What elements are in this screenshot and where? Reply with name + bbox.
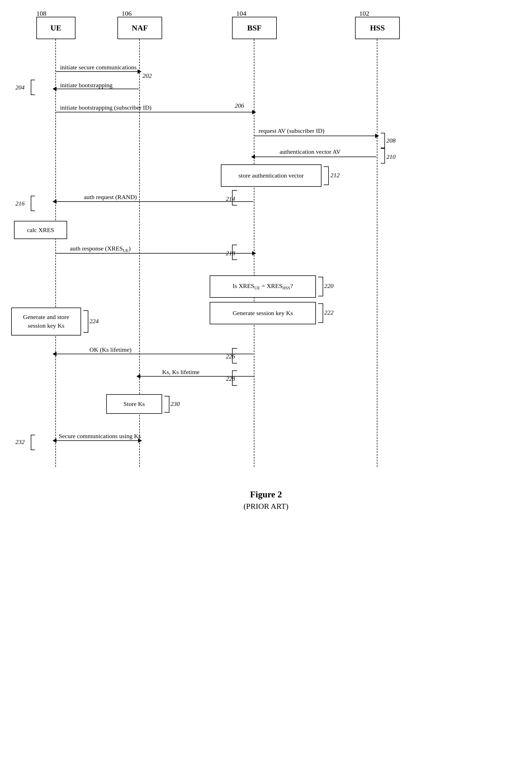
- hss-vline: [377, 39, 378, 467]
- bracket-204: [31, 80, 35, 95]
- figure-caption: Figure 2 (PRIOR ART): [0, 489, 532, 511]
- arrow-228-head: [136, 374, 140, 378]
- ref-204: 204: [15, 84, 25, 91]
- bracket-232: [31, 435, 35, 450]
- entity-naf: NAF: [117, 17, 162, 39]
- ref-222: 222: [324, 309, 334, 316]
- ref-202: 202: [142, 72, 152, 79]
- figure-title: Figure 2: [0, 489, 532, 500]
- arrow-218-head: [252, 251, 256, 255]
- arrow-202-head: [137, 69, 141, 74]
- proc-gen-ks-bsf-label: Generate session key Ks: [232, 309, 293, 317]
- proc-calc-xres-label: calc XRES: [27, 226, 54, 234]
- proc-calc-xres: calc XRES: [14, 221, 67, 239]
- proc-store-av: store authentication vector: [221, 164, 322, 187]
- proc-xres-check-label: Is XRESUE = XRESHSS?: [232, 282, 293, 290]
- proc-gen-store-ks: Generate and storesession key Ks: [11, 307, 81, 335]
- entity-ue-label: UE: [51, 23, 61, 32]
- entity-naf-label: NAF: [132, 23, 148, 32]
- ref-206: 206: [235, 102, 244, 109]
- bracket-220: [318, 277, 323, 296]
- arrow-202-label: initiate secure communications: [60, 64, 137, 71]
- ref-224: 224: [89, 317, 99, 325]
- arrow-214-head: [53, 199, 56, 204]
- proc-store-ks: Store Ks: [106, 394, 162, 414]
- arrow-204-label: initiate bootstrapping: [60, 82, 113, 89]
- proc-gen-ks-bsf: Generate session key Ks: [210, 302, 316, 324]
- ref-232: 232: [15, 439, 25, 446]
- proc-store-av-label: store authentication vector: [238, 172, 304, 179]
- ref-212: 212: [331, 172, 340, 179]
- arrow-204-head: [53, 87, 56, 91]
- arrow-208-line: [254, 136, 376, 136]
- ref-102: 102: [359, 10, 369, 17]
- entity-bsf-label: BSF: [247, 23, 261, 32]
- diagram-container: UE 108 NAF 106 BSF 104 HSS 102 initiate …: [0, 0, 532, 775]
- arrow-214-label: auth request (RAND): [84, 193, 137, 201]
- arrow-232-head-left: [53, 439, 56, 443]
- arrow-206-line: [56, 112, 253, 112]
- ref-108: 108: [36, 10, 46, 17]
- bracket-224: [83, 310, 88, 333]
- arrow-202-line: [56, 71, 139, 72]
- arrow-226-label: OK (Ks lifetime): [89, 346, 131, 353]
- bracket-216: [31, 196, 35, 211]
- arrow-210-line: [254, 156, 376, 157]
- ref-208: 208: [386, 137, 396, 144]
- arrow-232-label: Secure communications using Ks: [59, 433, 141, 440]
- arrow-228-label: Ks, Ks lifetime: [162, 368, 199, 376]
- bracket-208: [381, 133, 385, 148]
- ref-220: 220: [324, 282, 334, 290]
- ref-230: 230: [170, 401, 180, 408]
- arrow-232-line: [56, 440, 139, 441]
- bracket-222: [318, 303, 323, 323]
- bracket-210: [381, 148, 385, 163]
- arrow-206-label: initiate bootstrapping (subscriber ID): [60, 104, 151, 111]
- ref-226: 226: [226, 353, 235, 360]
- entity-bsf: BSF: [232, 17, 277, 39]
- proc-store-ks-label: Store Ks: [123, 401, 145, 408]
- entity-hss-label: HSS: [370, 23, 385, 32]
- figure-subtitle: (PRIOR ART): [0, 502, 532, 511]
- bracket-212: [324, 166, 329, 185]
- proc-xres-check: Is XRESUE = XRESHSS?: [210, 275, 316, 298]
- ref-104: 104: [236, 10, 246, 17]
- arrow-214-line: [56, 201, 253, 202]
- arrow-208-head: [375, 134, 379, 138]
- arrow-226-head: [53, 352, 56, 356]
- ref-228: 228: [226, 375, 235, 382]
- proc-gen-store-ks-label: Generate and storesession key Ks: [23, 313, 69, 330]
- arrow-206-head: [252, 110, 256, 114]
- arrow-218-label: auth response (XRESUE): [70, 245, 130, 253]
- ref-214: 214: [226, 195, 235, 202]
- arrow-226-line: [56, 354, 253, 354]
- arrow-208-label: request AV (subscriber ID): [258, 127, 325, 134]
- arrow-210-label: authentication vector AV: [280, 148, 341, 155]
- ref-210: 210: [386, 153, 396, 160]
- entity-ue: UE: [36, 17, 75, 39]
- ref-106: 106: [122, 10, 132, 17]
- arrow-210-head: [251, 155, 255, 159]
- entity-hss: HSS: [355, 17, 400, 39]
- ref-216: 216: [15, 200, 25, 207]
- bracket-230: [164, 396, 169, 413]
